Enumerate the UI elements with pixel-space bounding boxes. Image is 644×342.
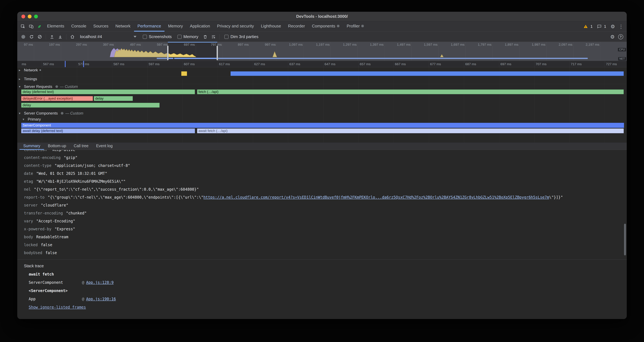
ruler-tick-label: 647 ms bbox=[324, 62, 336, 66]
bar-delay-3[interactable]: delay bbox=[21, 103, 160, 108]
bar-await-delay[interactable]: await delay (deferred text) bbox=[21, 129, 195, 133]
flame-chart[interactable]: delay (deferred text)fetch (…/api)delaye… bbox=[17, 67, 627, 143]
tab-network[interactable]: Network bbox=[112, 21, 134, 32]
net-lane-label: NET bbox=[618, 57, 626, 61]
tab-profiler[interactable]: Profiler bbox=[343, 21, 368, 32]
live-metrics-home-button[interactable] bbox=[68, 33, 76, 41]
ruler-gridline bbox=[147, 61, 148, 67]
history-dropdown[interactable]: localhost #4 bbox=[78, 33, 138, 41]
tab-memory[interactable]: Memory bbox=[164, 21, 186, 32]
collect-garbage-icon[interactable] bbox=[201, 33, 209, 41]
help-icon[interactable]: ? bbox=[616, 33, 625, 41]
bar-label: delay bbox=[94, 96, 105, 101]
clear-button[interactable] bbox=[36, 33, 44, 41]
stack-frame-location-link[interactable]: App.js:190:16 bbox=[86, 297, 116, 301]
selection-handle-left[interactable] bbox=[167, 46, 168, 60]
issues-bubble-icon[interactable] bbox=[595, 22, 604, 31]
bar-delay-2[interactable]: delay bbox=[94, 96, 133, 101]
ruler-gridline bbox=[570, 61, 570, 67]
throttling-icon[interactable] bbox=[209, 33, 218, 41]
overview-dim-left bbox=[17, 42, 168, 61]
bar-server-component[interactable]: ServerComponent bbox=[21, 123, 624, 128]
inspect-element-button[interactable] bbox=[19, 22, 27, 31]
tab-elements[interactable]: Elements bbox=[44, 21, 68, 32]
tab-label: Memory bbox=[168, 24, 183, 29]
extension-leaf-icon[interactable] bbox=[35, 22, 44, 31]
tab-components[interactable]: Components bbox=[308, 21, 343, 32]
record-and-reload-button[interactable] bbox=[28, 33, 36, 41]
dim-3rd-parties-checkbox[interactable]: Dim 3rd parties bbox=[224, 34, 258, 39]
details-tabbar: SummaryBottom-upCall treeEvent log bbox=[17, 143, 627, 150]
tab-label: Profiler bbox=[347, 24, 360, 29]
network-request-bar-small[interactable] bbox=[181, 71, 187, 76]
summary-pane[interactable]: connection"keep-alive"content-encoding"g… bbox=[17, 150, 627, 319]
settings-gear-icon[interactable]: ⚙ bbox=[609, 22, 617, 31]
header-row-etag: etag"W/\"4b1-RjEJloX9kRinu6F0MAZMmy6E5iA… bbox=[17, 177, 627, 185]
tab-console[interactable]: Console bbox=[68, 21, 90, 32]
bar-delay-deferred-text[interactable]: delay (deferred text) bbox=[21, 90, 195, 94]
save-profile-button[interactable] bbox=[56, 33, 64, 41]
tab-label: Sources bbox=[93, 24, 108, 29]
ruler-tick-label: 607 ms bbox=[184, 62, 195, 66]
ruler-gridline bbox=[429, 61, 429, 67]
header-value: "Express" bbox=[54, 227, 75, 231]
zoom-window-button[interactable] bbox=[34, 15, 38, 19]
details-scrollbar-thumb[interactable] bbox=[624, 224, 626, 255]
screenshots-checkbox[interactable]: Screenshots bbox=[143, 34, 172, 39]
tab-recorder[interactable]: Recorder bbox=[284, 21, 308, 32]
ruler-tick-label: 597 ms bbox=[149, 62, 160, 66]
header-key: connection bbox=[24, 150, 47, 152]
console-warnings-icon[interactable] bbox=[582, 22, 590, 31]
record-button[interactable] bbox=[19, 33, 28, 41]
toggle-device-toolbar-button[interactable] bbox=[27, 22, 35, 31]
tab-privacy-and-security[interactable]: Privacy and security bbox=[214, 21, 258, 32]
checkbox-box bbox=[143, 35, 147, 39]
bottom-tab-bottom-up[interactable]: Bottom-up bbox=[44, 143, 70, 150]
header-key: locked bbox=[24, 243, 38, 247]
header-row-report-to: report-to"{\"group\":\"cf-nel\",\"max_ag… bbox=[17, 193, 627, 201]
capture-settings-gear-icon[interactable]: ⚙ bbox=[608, 33, 616, 41]
bar-fetch-api[interactable]: fetch (…/api) bbox=[197, 90, 624, 94]
checkbox-box bbox=[224, 35, 228, 39]
ruler-tick-label: 727 ms bbox=[606, 62, 617, 66]
minimize-window-button[interactable] bbox=[28, 15, 32, 19]
bottom-tab-summary[interactable]: Summary bbox=[20, 143, 44, 150]
header-row-vary: vary"Accept-Encoding" bbox=[17, 217, 627, 225]
header-row-transfer-encoding: transfer-encoding"chunked" bbox=[17, 209, 627, 217]
close-window-button[interactable] bbox=[22, 15, 25, 19]
titlebar[interactable]: DevTools - localhost:3000/ bbox=[17, 12, 627, 21]
tab-performance[interactable]: Performance bbox=[134, 21, 165, 32]
header-value: "application/json; charset=utf-8" bbox=[54, 163, 130, 168]
show-ignore-listed-frames-link[interactable]: Show ignore-listed frames bbox=[29, 305, 86, 309]
header-key: nel bbox=[24, 187, 31, 192]
stack-frame-location-link[interactable]: App.js:128:9 bbox=[86, 280, 114, 285]
ruler-tick-label: 627 ms bbox=[254, 62, 265, 66]
ruler-gridline bbox=[77, 61, 77, 67]
tab-label: Recorder bbox=[288, 24, 305, 29]
tab-lighthouse[interactable]: Lighthouse bbox=[257, 21, 284, 32]
screenshots-label: Screenshots bbox=[149, 34, 172, 39]
ruler-gridline bbox=[218, 61, 218, 67]
bar-await-fetch[interactable]: await fetch (…/api) bbox=[197, 129, 624, 133]
stack-frame-function: App bbox=[29, 295, 82, 303]
bottom-tab-event-log[interactable]: Event log bbox=[92, 143, 116, 150]
tab-application[interactable]: Application bbox=[186, 21, 214, 32]
load-profile-button[interactable] bbox=[48, 33, 56, 41]
ruler-tick-label: 577 ms bbox=[78, 62, 89, 66]
more-options-icon[interactable]: ⋮ bbox=[617, 22, 625, 31]
report-to-url-link[interactable]: https://a.nel.cloudflare.com/report/v4?s… bbox=[204, 195, 549, 200]
header-key: body bbox=[24, 235, 33, 239]
memory-checkbox[interactable]: Memory bbox=[178, 34, 198, 39]
tab-label: Network bbox=[115, 24, 130, 29]
network-request-bar-long[interactable] bbox=[230, 71, 624, 76]
timeline-overview[interactable]: 97 ms197 ms297 ms397 ms497 ms597 ms697 m… bbox=[17, 42, 627, 61]
bar-delayed-error[interactable]: delayedError (…ayed exception) bbox=[21, 96, 93, 101]
bottom-tab-call-tree[interactable]: Call tree bbox=[70, 143, 92, 150]
tab-label: Privacy and security bbox=[217, 24, 254, 29]
ruler-tick-label: 707 ms bbox=[536, 62, 546, 66]
selection-handle-right[interactable] bbox=[216, 46, 218, 60]
header-row-locked: lockedfalse bbox=[17, 241, 627, 249]
bar-label: fetch (…/api) bbox=[197, 90, 220, 94]
tab-sources[interactable]: Sources bbox=[90, 21, 112, 32]
memory-label: Memory bbox=[184, 34, 198, 39]
